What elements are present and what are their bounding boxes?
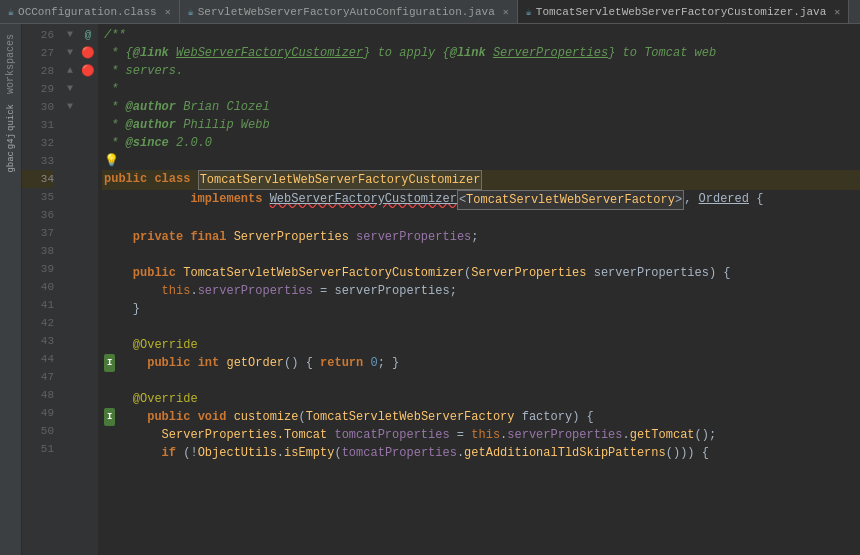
code-line-30: * @author Brian Clozel (102, 98, 860, 116)
code-line-42 (102, 318, 860, 336)
file-icon-servlet: ☕ (188, 6, 194, 18)
g4j-label: g4j (6, 133, 16, 149)
bulb-icon[interactable]: 💡 (104, 152, 119, 170)
code-line-39: public TomcatServletWebServerFactoryCust… (102, 264, 860, 282)
code-line-26: /** (102, 26, 860, 44)
tab-bar: ☕ OCConfiguration.class ✕ ☕ ServletWebSe… (0, 0, 860, 24)
badge-44: I (104, 354, 115, 372)
file-icon-occonfig: ☕ (8, 6, 14, 18)
code-line-47 (102, 372, 860, 390)
badge-49: I (104, 408, 115, 426)
tab-close-occonfig[interactable]: ✕ (165, 6, 171, 18)
fold-gutter: ▼ ▼ ▲ ▼ ▼ (62, 24, 78, 555)
code-line-31: * @author Phillip Webb (102, 116, 860, 134)
main-area: workspaces quick g4j gbac 26 27 28 29 30… (0, 24, 860, 555)
quick-label: quick (6, 104, 16, 131)
tab-close-servlet[interactable]: ✕ (503, 6, 509, 18)
code-line-41: } (102, 300, 860, 318)
editor-window: ☕ OCConfiguration.class ✕ ☕ ServletWebSe… (0, 0, 860, 555)
tab-tomcat[interactable]: ☕ TomcatServletWebServerFactoryCustomize… (518, 0, 850, 23)
file-icon-tomcat: ☕ (526, 6, 532, 18)
code-line-35: implements WebServerFactoryCustomizer<To… (102, 190, 860, 210)
code-line-37: private final ServerProperties serverPro… (102, 228, 860, 246)
code-line-36 (102, 210, 860, 228)
code-line-44: I public int getOrder() { return 0; } (102, 354, 860, 372)
code-line-40: this.serverProperties = serverProperties… (102, 282, 860, 300)
code-line-38 (102, 246, 860, 264)
tab-label-occonfig: OCConfiguration.class (18, 6, 157, 18)
code-line-32: * @since 2.0.0 (102, 134, 860, 152)
tab-label-tomcat: TomcatServletWebServerFactoryCustomizer.… (536, 6, 826, 18)
workspace-label: workspaces (5, 34, 16, 94)
marker-gutter: @ 🔴 🔴 (78, 24, 98, 555)
code-line-33: 💡 (102, 152, 860, 170)
tab-occonfig[interactable]: ☕ OCConfiguration.class ✕ (0, 0, 180, 23)
tab-close-tomcat[interactable]: ✕ (834, 6, 840, 18)
code-line-51: if (!ObjectUtils.isEmpty(tomcatPropertie… (102, 444, 860, 462)
line-numbers: 26 27 28 29 30 31 32 33 34 35 36 37 38 3… (22, 24, 62, 555)
code-line-50: ServerProperties.Tomcat tomcatProperties… (102, 426, 860, 444)
code-line-48: @Override (102, 390, 860, 408)
code-line-29: * (102, 80, 860, 98)
code-line-43: @Override (102, 336, 860, 354)
tab-servlet[interactable]: ☕ ServletWebServerFactoryAutoConfigurati… (180, 0, 518, 23)
code-line-34: public class TomcatServletWebServerFacto… (102, 170, 860, 190)
gbac-label: gbac (6, 151, 16, 173)
code-line-27: * {@link WebServerFactoryCustomizer} to … (102, 44, 860, 62)
code-line-28: * servers. (102, 62, 860, 80)
code-content[interactable]: /** * {@link WebServerFactoryCustomizer}… (98, 24, 860, 555)
tab-label-servlet: ServletWebServerFactoryAutoConfiguration… (198, 6, 495, 18)
code-line-49: I public void customize(TomcatServletWeb… (102, 408, 860, 426)
left-panel: workspaces quick g4j gbac (0, 24, 22, 555)
code-area[interactable]: 26 27 28 29 30 31 32 33 34 35 36 37 38 3… (22, 24, 860, 555)
